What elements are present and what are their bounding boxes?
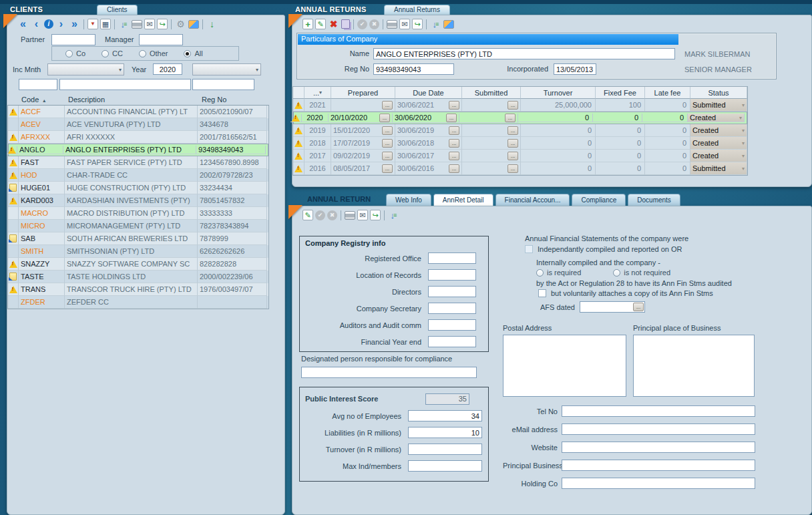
status-cell[interactable]: Created▾ [688,114,745,122]
client-type-co-radio[interactable]: Co [65,49,85,57]
description-filter-input[interactable] [59,79,191,90]
due-date-cell-picker-button[interactable]: ... [449,152,459,160]
client-row[interactable]: ZFDERZEFDER CC [8,296,268,309]
import-icon[interactable]: ↓ [206,19,218,30]
delete-icon[interactable]: ✖ [328,19,339,30]
clients-table-header[interactable]: Code▴ Description Reg No [7,94,269,105]
submitted-cell-picker-button[interactable]: ... [505,114,516,122]
code-column-header[interactable]: Code▴ [19,96,65,104]
copy-icon[interactable] [341,19,350,29]
export-icon[interactable]: ↪ [412,19,423,29]
prepared-cell-picker-button[interactable]: ... [379,114,390,122]
voluntarily-attaches-checkbox[interactable] [538,289,546,297]
annual-returns-panel-tab[interactable]: Annual Returns [384,5,450,15]
print-icon[interactable] [387,20,397,29]
annual-returns-table-header[interactable]: ...▾PreparedDue DateSubmittedTurnoverFix… [293,87,747,99]
clients-panel-tab[interactable]: Clients [97,5,138,15]
contact-field-input[interactable] [562,442,755,453]
info-icon[interactable]: i [44,19,53,29]
annual-return-row[interactable]: 201915/01/2020...30/06/2019......000Crea… [293,124,747,137]
client-row[interactable]: FASTFAST PAPER SERVICE (PTY) LTD12345678… [8,156,268,169]
submitted-cell-picker-button[interactable]: ... [508,139,518,148]
afs-dated-input[interactable] [580,303,633,311]
email-icon[interactable]: ✉ [144,19,155,29]
pis-field-input[interactable] [408,444,482,455]
due-date-cell-picker-button[interactable]: ... [449,126,459,135]
regno-column-header[interactable]: Reg No [199,96,269,104]
prepared-column-header[interactable]: Prepared [331,87,395,99]
designated-person-input[interactable] [301,367,477,378]
prepared-cell-picker-button[interactable]: ... [382,101,393,110]
due-date-cell-picker-button[interactable]: ... [446,114,457,122]
first-icon[interactable]: « [17,19,29,30]
regno-filter-input[interactable] [192,79,254,90]
manager-input[interactable] [139,34,183,45]
client-row[interactable]: HODCHAR-TRADE CC2002/079728/23 [8,169,268,182]
next-icon[interactable]: › [55,19,67,30]
turnover-column-header[interactable]: Turnover [521,87,596,99]
client-row[interactable]: TRANSTRANSCOR TRUCK HIRE (PTY) LTD1976/0… [8,283,268,296]
registry-field-input[interactable] [428,319,476,331]
reject-icon[interactable]: ✖ [327,210,337,220]
fixed-fee-column-header[interactable]: Fixed Fee [596,87,645,99]
registry-field-input[interactable] [428,336,476,347]
registry-field-input[interactable] [428,286,476,297]
picture-icon[interactable] [188,20,199,29]
status-cell[interactable]: Created▾ [690,150,747,162]
print-icon[interactable] [132,20,142,29]
settings-icon[interactable]: ⚙ [175,19,186,30]
independently-compiled-checkbox[interactable] [525,245,533,253]
sort-icon[interactable]: ↓ [430,19,441,30]
client-row[interactable]: ACCFACCOUNTING FINANCIAL (PTY) LT2005/02… [8,106,268,118]
partner-input[interactable] [51,34,95,45]
annual-return-row[interactable]: 202020/10/2020...30/06/2020......000Crea… [293,112,747,124]
report-icon[interactable]: ▼ [87,19,98,29]
contact-field-input[interactable] [562,405,755,417]
pis-field-input[interactable] [408,427,482,438]
registry-field-input[interactable] [428,303,476,314]
approve-icon[interactable]: ✔ [357,19,367,29]
registry-field-input[interactable] [428,252,476,264]
submitted-cell-picker-button[interactable]: ... [508,126,518,135]
export-icon[interactable]: ↪ [157,19,168,29]
principal-place-textarea[interactable] [633,335,755,397]
client-row[interactable]: TASTETASTE HOLDINGS LTD2000/002239/06 [8,271,268,283]
extra-filter-select[interactable]: ▾ [192,63,261,75]
year-input[interactable] [153,63,182,75]
due-date-cell-picker-button[interactable]: ... [449,139,459,148]
client-type-all-radio[interactable]: All [184,49,202,57]
previous-icon[interactable]: ‹ [31,19,42,30]
company-name-input[interactable] [373,48,675,59]
tab-documents[interactable]: Documents [628,194,680,206]
client-row[interactable]: HUGE01HUGE CONSTRUCTION (PTY) LTD3323443… [8,182,268,194]
registry-field-input[interactable] [428,269,476,281]
description-column-header[interactable]: Description [65,96,199,104]
inc-month-select[interactable]: ▾ [47,63,124,75]
tab-financial-accoun-[interactable]: Financial Accoun... [495,194,570,206]
add-icon[interactable]: + [302,19,313,29]
postal-address-textarea[interactable] [503,335,626,397]
submitted-cell-picker-button[interactable]: ... [508,152,518,160]
submitted-column-header[interactable]: Submitted [462,87,521,99]
tab-compliance[interactable]: Compliance [572,194,626,206]
client-row[interactable]: SMITHSMITHSONIAN (PTY) LTD62626262626 [8,245,268,258]
tab-annret-detail[interactable]: AnnRet Detail [433,194,493,206]
status-cell[interactable]: Submitted▾ [690,162,747,175]
sort-icon[interactable]: ↓ [388,210,399,221]
is-required-radio[interactable]: is required [536,269,581,277]
company-regno-input[interactable] [373,63,454,75]
client-row[interactable]: KARD003KARDASHIAN INVESTMENTS (PTY)78051… [8,194,268,207]
prepared-cell-picker-button[interactable]: ... [382,126,393,135]
due-date-column-header[interactable]: Due Date [395,87,462,99]
client-row[interactable]: ANGLOANGLO ENTERPRISES (PTY) LTD93498349… [8,144,268,156]
client-row[interactable]: AFRXXXAFRI XXXXXX2001/7816562/51 [8,131,268,144]
annual-return-row[interactable]: 201608/05/2017...30/06/2016......000Subm… [293,162,747,175]
reject-icon[interactable]: ✖ [369,19,379,29]
is-not-required-radio[interactable]: is not required [613,269,670,277]
client-type-cc-radio[interactable]: CC [102,49,123,57]
filter-column-header-column-header[interactable]: ...▾ [304,87,331,99]
tab-web-info[interactable]: Web Info [386,194,431,206]
due-date-cell-picker-button[interactable]: ... [449,164,459,173]
prepared-cell-picker-button[interactable]: ... [382,139,393,148]
client-row[interactable]: SNAZZYSNAZZY SOFTWARE COMPANY SC82828282… [8,258,268,271]
